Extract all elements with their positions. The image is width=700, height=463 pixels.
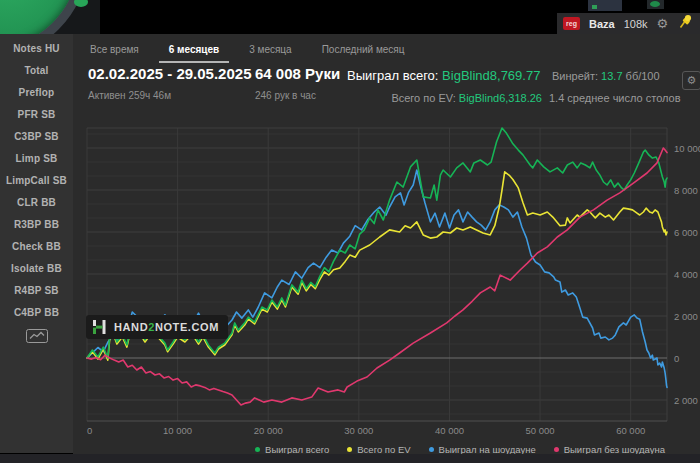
sidebar-item-pfr-sb[interactable]: PFR SB (0, 103, 73, 125)
tab-all-time[interactable]: Все время (88, 40, 141, 59)
sidebar-item-limpcall-sb[interactable]: LimpCall SB (0, 169, 73, 191)
svg-text:10 000: 10 000 (674, 143, 700, 154)
hand2note-watermark: HAND2NOTE.COM (86, 315, 228, 339)
legend-dot-icon (554, 447, 559, 452)
bottom-strip (0, 454, 700, 463)
sidebar-item-check-bb[interactable]: Check BB (0, 235, 73, 257)
hands-total: 64 008 Руки (255, 65, 340, 82)
gear-icon[interactable]: ⚙ (657, 17, 669, 30)
active-time: Активен 259ч 46м (88, 90, 171, 101)
svg-text:4 000: 4 000 (674, 269, 698, 280)
sidebar-item-clr-bb[interactable]: CLR BB (0, 191, 73, 213)
svg-text:40 000: 40 000 (435, 425, 464, 436)
svg-text:30 000: 30 000 (344, 425, 373, 436)
chart-settings-gear-icon[interactable]: ⚙ (682, 71, 700, 90)
svg-text:6 000: 6 000 (674, 227, 698, 238)
tab-6-months[interactable]: 6 месяцев (167, 40, 221, 59)
series-line (87, 148, 667, 405)
ev-total: Всего по EV: BigBlind6,318.26 (391, 92, 542, 104)
window-thumbnail (588, 0, 622, 11)
winrate: Винрейт: 13.7 бб/100 (552, 70, 660, 82)
y-axis-labels: 10 0008 0006 0004 0002 00002 000 (674, 143, 700, 406)
hand2note-logo-icon (92, 319, 107, 335)
player-name[interactable]: Baza (589, 18, 615, 30)
sidebar-item-preflop[interactable]: Preflop (0, 81, 73, 103)
chart-canvas: 010 00020 00030 00040 00050 00060 00010 … (78, 113, 700, 443)
sidebar-item-c3bp-sb[interactable]: C3BP SB (0, 125, 73, 147)
content-pane: Все время 6 месяцев 3 месяца Последний м… (73, 34, 700, 454)
svg-text:0: 0 (87, 425, 92, 436)
hands-count-badge[interactable]: 108k (624, 18, 648, 30)
x-axis-labels: 010 00020 00030 00040 00050 00060 000 (87, 425, 645, 436)
svg-text:8 000: 8 000 (674, 185, 698, 196)
tab-last-month[interactable]: Последний месяц (320, 40, 407, 59)
won-total-label: Выиграл всего: (347, 68, 438, 83)
ev-total-value: BigBlind6,318.26 (459, 92, 542, 104)
sidebar-item-r3bp-bb[interactable]: R3BP BB (0, 213, 73, 235)
series-line (87, 170, 667, 387)
legend-dot-icon (429, 447, 434, 452)
svg-text:50 000: 50 000 (526, 425, 555, 436)
svg-text:2 000: 2 000 (674, 311, 698, 322)
sidebar-item-total[interactable]: Total (0, 59, 73, 81)
winrate-unit: бб/100 (626, 70, 660, 82)
app-window: reg Baza 108k ⚙ Notes HU Total Preflop P… (0, 0, 700, 463)
svg-text:0: 0 (674, 353, 679, 364)
date-range: 02.02.2025 - 29.05.2025 (88, 65, 251, 82)
period-tabs: Все время 6 месяцев 3 месяца Последний м… (88, 40, 406, 59)
window-thumbnail (647, 0, 664, 9)
sidebar-item-limp-sb[interactable]: Limp SB (0, 147, 73, 169)
sidebar-item-notes-hu[interactable]: Notes HU (0, 37, 73, 59)
won-total-value: BigBlind8,769.77 (442, 68, 540, 83)
hand2note-logo-text: HAND2NOTE.COM (114, 321, 219, 333)
svg-text:60 000: 60 000 (616, 425, 645, 436)
chart-grid (87, 128, 667, 421)
winrate-value: 13.7 (601, 70, 622, 82)
pushpin-icon[interactable] (679, 14, 692, 33)
top-strip: reg Baza 108k ⚙ (0, 0, 700, 34)
sidebar: Notes HU Total Preflop PFR SB C3BP SB Li… (0, 34, 73, 453)
won-total: Выиграл всего: BigBlind8,769.77 (347, 68, 540, 83)
winnings-chart: 010 00020 00030 00040 00050 00060 00010 … (78, 113, 700, 443)
player-toolbar: reg Baza 108k ⚙ (557, 13, 700, 34)
reg-badge: reg (563, 17, 580, 30)
graph-icon[interactable] (24, 328, 50, 344)
legend-dot-icon (347, 447, 352, 452)
avg-tables: 1.4 среднее число столов (549, 92, 681, 104)
legend-dot-icon (255, 447, 260, 452)
sidebar-item-isolate-bb[interactable]: Isolate BB (0, 257, 73, 279)
sidebar-item-c4bp-bb[interactable]: C4BP BB (0, 301, 73, 323)
svg-text:10 000: 10 000 (163, 425, 192, 436)
hands-per-hour: 246 рук в час (255, 90, 316, 101)
sidebar-item-r4bp-sb[interactable]: R4BP SB (0, 279, 73, 301)
chart-series (87, 128, 667, 405)
svg-text:20 000: 20 000 (254, 425, 283, 436)
winrate-label: Винрейт: (552, 70, 598, 82)
svg-text:2 000: 2 000 (674, 395, 698, 406)
ev-total-label: Всего по EV: (391, 92, 455, 104)
tab-3-months[interactable]: 3 месяца (247, 40, 293, 59)
